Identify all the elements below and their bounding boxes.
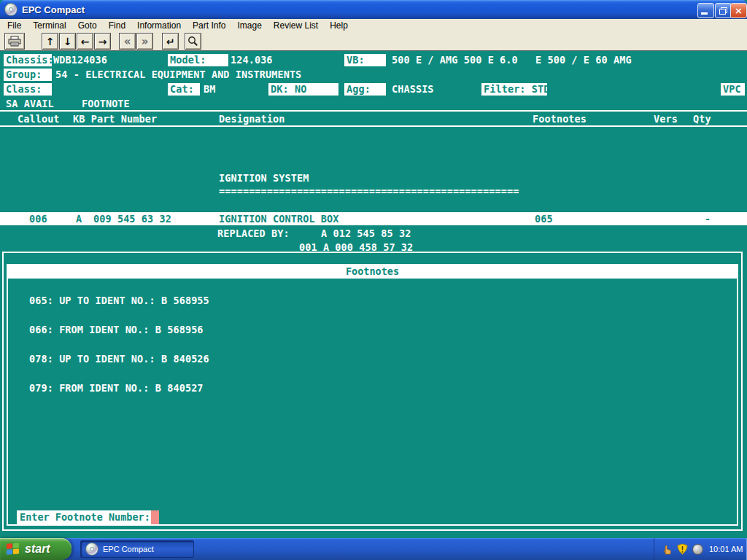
double-chevron-left-icon: « (124, 35, 131, 48)
dk-field: DK: NO (268, 83, 338, 96)
chassis-value: WDB124036 (53, 54, 107, 66)
nav-up-button[interactable]: ↑ (42, 33, 58, 50)
section-title: IGNITION SYSTEM (219, 172, 309, 184)
nav-down-button[interactable]: ↓ (59, 33, 76, 50)
title-bar: EPC Compact × (0, 0, 747, 19)
print-button[interactable] (4, 33, 25, 50)
minimize-button[interactable] (697, 3, 714, 18)
header-separator-bottom (0, 125, 747, 127)
column-header-vers: Vers (654, 113, 678, 125)
column-header-footnotes: Footnotes (533, 113, 587, 125)
column-header-kb-part-number: KB Part Number (73, 113, 157, 125)
close-icon: × (735, 6, 743, 15)
footnote-entry-065: 065: UP TO IDENT NO.: B 568955 (29, 295, 209, 306)
menu-item-information[interactable]: Information (131, 20, 187, 31)
row-designation: IGNITION CONTROL BOX (219, 212, 339, 225)
class-label: Class: (4, 83, 52, 96)
dialog-title-bar: Footnotes (7, 264, 738, 279)
agg-value: CHASSIS (392, 83, 434, 96)
vb-label: VB: (344, 54, 386, 66)
replaced-by-value: A 012 545 85 32 (321, 228, 411, 240)
magnifier-icon (187, 36, 198, 47)
vb-value-2: E 500 / E 60 AMG (535, 54, 632, 66)
menu-bar: File Terminal Goto Find Information Part… (0, 19, 747, 32)
restore-button[interactable] (715, 3, 732, 18)
cat-label: Cat: (168, 83, 200, 96)
taskbar: start EPC Compact 10:01 AM (0, 538, 747, 560)
menu-item-terminal[interactable]: Terminal (27, 20, 71, 31)
text-input-cursor[interactable] (151, 510, 159, 524)
menu-item-part-info[interactable]: Part Info (187, 20, 231, 31)
hand-cursor-tray-icon[interactable] (661, 543, 673, 555)
menu-item-file[interactable]: File (1, 20, 27, 31)
taskbar-task-epc-compact[interactable]: EPC Compact (80, 540, 194, 558)
footnote-entry-078: 078: UP TO IDENT NO.: B 840526 (29, 353, 209, 365)
row-kb: A (76, 212, 82, 225)
column-header-callout: Callout (18, 113, 60, 125)
vpc-field[interactable]: VPC (721, 83, 745, 96)
security-shield-tray-icon[interactable] (677, 543, 688, 555)
model-label: Model: (168, 54, 228, 66)
selected-part-row[interactable]: 006 A 009 545 63 32 IGNITION CONTROL BOX… (0, 212, 747, 225)
volume-tray-icon[interactable] (692, 544, 703, 555)
down-arrow-icon: ↓ (63, 36, 72, 47)
window-title: EPC Compact (22, 4, 85, 15)
enter-arrow-icon: ↵ (166, 36, 175, 47)
epc-compact-window: EPC Compact × File Terminal Goto Find In… (0, 0, 747, 560)
footnote-prompt-label: Enter Footnote Number: (17, 510, 153, 524)
footnote-entry-066: 066: FROM IDENT NO.: B 568956 (29, 324, 204, 335)
start-button[interactable]: start (0, 538, 71, 560)
section-underline: ========================================… (219, 185, 519, 198)
task-label: EPC Compact (103, 545, 154, 553)
close-button[interactable]: × (730, 3, 747, 18)
menu-item-help[interactable]: Help (324, 20, 354, 31)
cat-value: BM (204, 83, 215, 96)
footnote-mode-label: FOOTNOTE (82, 98, 130, 110)
model-value: 124.036 (231, 54, 273, 66)
minimize-icon (701, 12, 708, 15)
start-label: start (25, 542, 50, 556)
windows-flag-icon (7, 542, 20, 556)
nav-left-button[interactable]: ← (77, 33, 93, 50)
chassis-label: Chassis: (4, 54, 52, 66)
row-qty: - (705, 212, 711, 225)
left-arrow-icon: ← (81, 36, 90, 47)
zoom-button[interactable] (185, 33, 201, 50)
column-header-designation: Designation (219, 113, 285, 125)
clock: 10:01 AM (709, 545, 743, 553)
footnotes-dialog: Footnotes 065: UP TO IDENT NO.: B 568955… (2, 252, 743, 531)
row-callout: 006 (29, 212, 47, 225)
column-header-qty: Qty (693, 113, 711, 125)
group-label: Group: (4, 69, 52, 81)
vb-value: 500 E / AMG 500 E 6.0 (392, 54, 518, 66)
nav-right-button[interactable]: → (94, 33, 111, 50)
menu-item-review-list[interactable]: Review List (268, 20, 324, 31)
restore-icon (719, 7, 727, 15)
row-footnotes: 065 (535, 212, 553, 225)
task-cd-icon (85, 542, 98, 556)
page-back-button[interactable]: « (119, 33, 136, 50)
filter-field: Filter: STD (481, 83, 547, 96)
replaced-by-label: REPLACED BY: (217, 228, 290, 240)
agg-label: Agg: (344, 83, 386, 96)
footnote-entry-079: 079: FROM IDENT NO.: B 840527 (29, 382, 204, 394)
system-tray: 10:01 AM (654, 538, 747, 560)
menu-item-image[interactable]: Image (231, 20, 267, 31)
menu-item-find[interactable]: Find (103, 20, 131, 31)
up-arrow-icon: ↑ (46, 36, 55, 47)
right-arrow-icon: → (98, 36, 107, 47)
double-chevron-right-icon: » (142, 35, 149, 48)
header-separator-top (0, 110, 747, 112)
printer-icon (8, 36, 21, 47)
menu-item-goto[interactable]: Goto (72, 20, 103, 31)
sa-avail-label: SA AVAIL (6, 98, 54, 110)
page-forward-button[interactable]: » (136, 33, 153, 50)
enter-button[interactable]: ↵ (162, 33, 179, 50)
toolbar: ↑ ↓ ← → « » ↵ (0, 32, 747, 51)
group-value: 54 - ELECTRICAL EQUIPMENT AND INSTRUMENT… (55, 69, 301, 81)
row-part-number: 009 545 63 32 (93, 212, 171, 225)
dialog-title: Footnotes (346, 265, 399, 277)
app-cd-icon (4, 3, 18, 16)
